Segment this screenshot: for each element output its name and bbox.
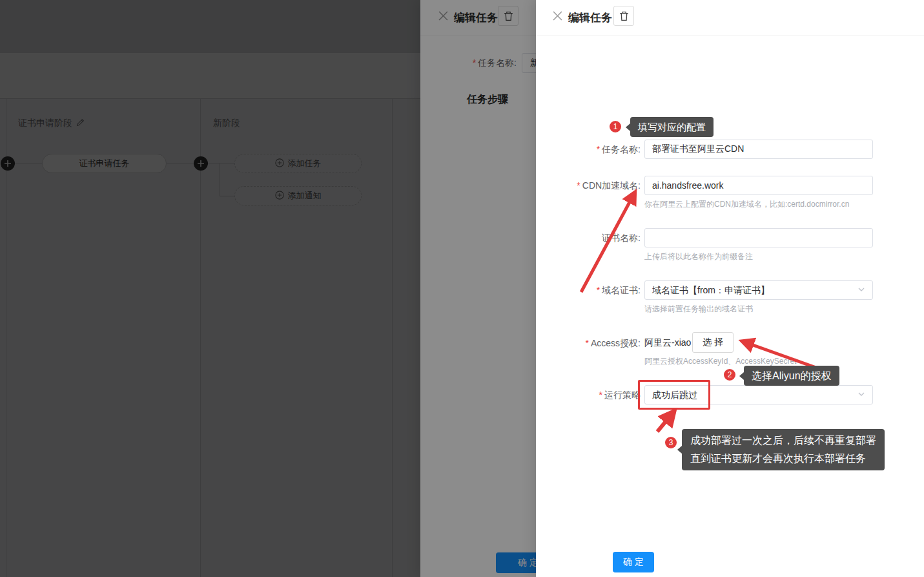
- run-strategy-label: *运行策略: [536, 385, 641, 404]
- trash-icon[interactable]: [613, 6, 634, 26]
- chevron-down-icon: [857, 281, 865, 299]
- required-mark: *: [586, 338, 589, 348]
- run-strategy-value: 成功后跳过: [652, 386, 697, 404]
- required-mark: *: [599, 390, 602, 400]
- annotation-tooltip-3: 成功部署过一次之后，后续不再重复部署 直到证书更新才会再次执行本部署任务: [682, 429, 885, 470]
- required-mark: *: [577, 180, 580, 191]
- cdn-domain-label: *CDN加速域名:: [536, 176, 641, 195]
- cdn-domain-help: 你在阿里云上配置的CDN加速域名，比如:certd.docmirror.cn: [644, 199, 849, 210]
- annotation-badge-2: 2: [724, 369, 735, 381]
- drawer-header: 编辑任务: [536, 0, 924, 36]
- annotation-badge-3: 3: [665, 437, 677, 448]
- run-strategy-select[interactable]: 成功后跳过: [644, 385, 873, 404]
- task-name-label: *任务名称:: [536, 140, 641, 159]
- cert-name-label: 证书名称:: [536, 228, 641, 247]
- confirm-button[interactable]: 确 定: [613, 552, 654, 572]
- certd-pipeline-edit-screen: 证书申请阶段 新阶段 证书申请任务 添加任务: [0, 0, 924, 577]
- domain-cert-select[interactable]: 域名证书【from：申请证书】: [644, 280, 873, 300]
- drawer-title: 编辑任务: [568, 10, 612, 25]
- required-mark: *: [597, 144, 600, 154]
- required-mark: *: [597, 285, 600, 295]
- close-icon[interactable]: [553, 11, 562, 21]
- access-value: 阿里云-xiao: [644, 332, 692, 353]
- annotation-tooltip-2: 选择Aliyun的授权: [744, 366, 839, 386]
- domain-cert-value: 域名证书【from：申请证书】: [652, 281, 770, 299]
- access-label: *Access授权:: [536, 333, 641, 353]
- drawer-mask[interactable]: [0, 0, 536, 577]
- cert-name-help: 上传后将以此名称作为前缀备注: [644, 251, 753, 262]
- chevron-down-icon: [857, 386, 865, 404]
- access-choose-button[interactable]: 选 择: [692, 332, 734, 353]
- task-name-input[interactable]: [644, 140, 873, 159]
- domain-cert-label: *域名证书:: [536, 280, 641, 300]
- cdn-domain-input[interactable]: [644, 176, 873, 195]
- domain-cert-help: 请选择前置任务输出的域名证书: [644, 304, 753, 315]
- annotation-badge-1: 1: [610, 121, 621, 132]
- annotation-tooltip-1: 填写对应的配置: [630, 117, 714, 137]
- cert-name-input[interactable]: [644, 228, 873, 247]
